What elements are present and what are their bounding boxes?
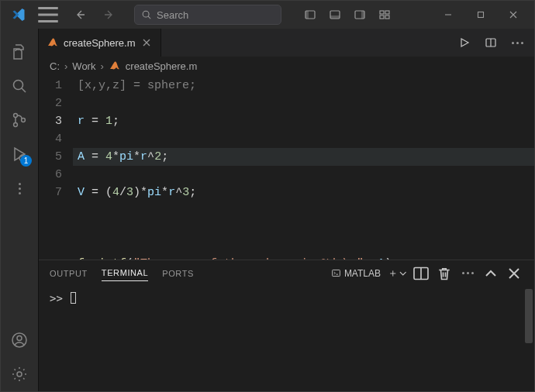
- chevron-right-icon: ›: [100, 60, 103, 72]
- code-line[interactable]: fprintf("The area of the sphere is %d.\n…: [73, 255, 534, 260]
- panel-header: OUTPUT TERMINAL PORTS MATLAB: [39, 260, 534, 286]
- toggle-primary-sidebar-icon[interactable]: [299, 4, 322, 26]
- svg-rect-10: [385, 15, 389, 19]
- svg-point-0: [143, 11, 149, 17]
- svg-rect-7: [380, 11, 384, 14]
- editor-more-actions[interactable]: [505, 32, 530, 53]
- svg-point-19: [17, 372, 22, 377]
- tab-createsphere[interactable]: createSphere.m: [39, 29, 161, 57]
- terminal-body[interactable]: >>: [39, 286, 534, 391]
- editor-area: createSphere.m C: › Work › createSphere.…: [38, 29, 534, 391]
- line-number: 1: [39, 77, 62, 95]
- terminal-icon: [331, 268, 341, 278]
- code-content[interactable]: [x,y,z] = sphere; r = 1; A = 4*pi*r^2; V…: [73, 77, 534, 260]
- panel-tab-output[interactable]: OUTPUT: [50, 266, 88, 281]
- nav-back-button[interactable]: [67, 4, 94, 26]
- panel-tab-ports[interactable]: PORTS: [162, 266, 194, 281]
- run-file-button[interactable]: [452, 32, 477, 53]
- maximize-button[interactable]: [464, 4, 497, 26]
- line-number: 7: [39, 184, 62, 201]
- accounts-icon[interactable]: [1, 323, 38, 357]
- terminal-profile-dropdown[interactable]: MATLAB: [328, 268, 384, 279]
- kill-terminal-button[interactable]: [435, 264, 454, 283]
- maximize-panel-button[interactable]: [482, 264, 500, 283]
- nav-forward-button[interactable]: [95, 4, 122, 26]
- settings-gear-icon[interactable]: [1, 357, 38, 391]
- close-panel-button[interactable]: [505, 264, 523, 283]
- breadcrumb-part[interactable]: createSphere.m: [126, 60, 198, 72]
- editor-tabs: createSphere.m: [39, 29, 534, 57]
- close-window-button[interactable]: [497, 4, 530, 26]
- panel-scrollbar[interactable]: [525, 289, 533, 343]
- breadcrumb-part[interactable]: C:: [50, 60, 60, 72]
- svg-point-13: [14, 114, 18, 118]
- svg-rect-8: [385, 11, 389, 14]
- svg-rect-4: [330, 15, 340, 19]
- terminal-prompt: >>: [50, 292, 69, 304]
- command-center-search[interactable]: Search: [134, 5, 281, 25]
- svg-point-12: [14, 81, 23, 90]
- svg-point-18: [17, 336, 22, 341]
- svg-rect-6: [361, 11, 364, 19]
- line-number: 2: [39, 95, 62, 112]
- split-terminal-button[interactable]: [412, 264, 430, 283]
- panel-tab-terminal[interactable]: TERMINAL: [102, 265, 148, 281]
- panel-more-actions[interactable]: [458, 264, 477, 283]
- line-number: 5: [39, 148, 62, 166]
- search-icon: [141, 9, 152, 20]
- svg-rect-11: [478, 12, 484, 18]
- line-number: 4: [39, 130, 62, 148]
- split-editor-button[interactable]: [478, 32, 503, 53]
- code-line[interactable]: r = 1;: [73, 112, 534, 130]
- hamburger-menu-icon[interactable]: [35, 4, 61, 26]
- tab-close-icon[interactable]: [140, 36, 153, 49]
- breadcrumb[interactable]: C: › Work › createSphere.m: [39, 57, 534, 75]
- code-line[interactable]: [73, 219, 534, 237]
- line-number-gutter: 1234567: [39, 77, 73, 260]
- matlab-file-icon: [109, 60, 121, 72]
- minimize-button[interactable]: [432, 4, 464, 26]
- search-placeholder: Search: [157, 9, 188, 21]
- line-number: 6: [39, 166, 62, 184]
- code-line[interactable]: A = 4*pi*r^2;: [73, 148, 534, 166]
- svg-rect-21: [333, 270, 340, 276]
- title-bar: Search: [1, 1, 534, 29]
- bottom-panel: OUTPUT TERMINAL PORTS MATLAB: [39, 260, 534, 391]
- svg-point-15: [22, 119, 26, 122]
- chevron-right-icon: ›: [64, 60, 67, 72]
- tab-label: createSphere.m: [64, 37, 136, 49]
- workbench: 1 createSphere.m C:: [1, 29, 534, 391]
- chevron-down-icon[interactable]: [399, 268, 408, 279]
- toggle-panel-icon[interactable]: [323, 4, 347, 26]
- breadcrumb-part[interactable]: Work: [72, 60, 95, 72]
- matlab-file-icon: [47, 36, 59, 49]
- run-debug-badge: 1: [20, 155, 32, 167]
- code-line[interactable]: V = (4/3)*pi*r^3;: [73, 184, 534, 201]
- new-terminal-button[interactable]: [388, 264, 407, 283]
- terminal-profile-label: MATLAB: [344, 268, 381, 279]
- vscode-logo: [5, 4, 32, 26]
- toggle-secondary-sidebar-icon[interactable]: [348, 4, 371, 26]
- svg-rect-9: [380, 15, 384, 19]
- svg-point-14: [14, 123, 18, 127]
- code-line[interactable]: [x,y,z] = sphere;: [73, 77, 534, 95]
- explorer-icon[interactable]: [1, 35, 38, 69]
- line-number: 3: [39, 112, 62, 130]
- search-sidebar-icon[interactable]: [1, 69, 38, 103]
- customize-layout-icon[interactable]: [373, 4, 396, 26]
- activity-bar: 1: [1, 29, 38, 391]
- more-views-icon[interactable]: [1, 171, 38, 205]
- run-debug-icon[interactable]: 1: [1, 137, 38, 171]
- code-editor[interactable]: 1234567 [x,y,z] = sphere; r = 1; A = 4*p…: [39, 75, 534, 260]
- svg-rect-2: [305, 11, 309, 19]
- terminal-cursor: [71, 292, 76, 304]
- source-control-icon[interactable]: [1, 103, 38, 137]
